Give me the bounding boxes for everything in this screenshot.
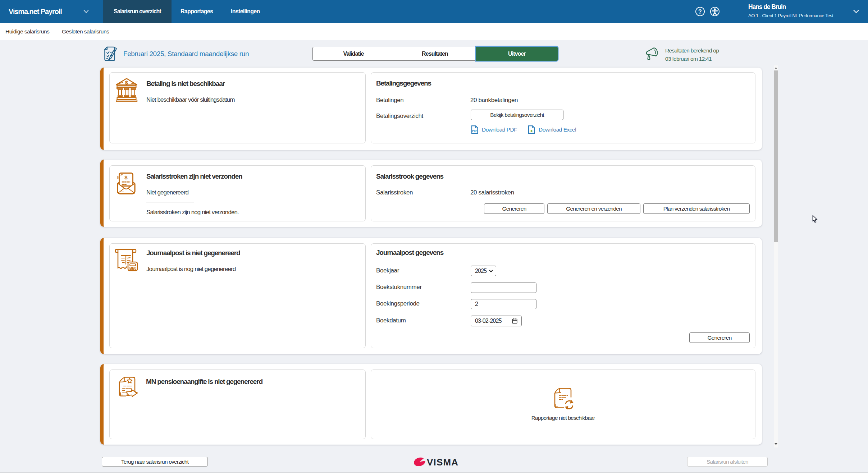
- svg-text:VISMA: VISMA: [427, 457, 458, 468]
- svg-text:x: x: [530, 128, 533, 133]
- svg-text:$: $: [124, 174, 128, 180]
- svg-text:?: ?: [698, 9, 702, 15]
- svg-text:PDF: PDF: [472, 130, 478, 132]
- svg-text:$: $: [125, 79, 128, 86]
